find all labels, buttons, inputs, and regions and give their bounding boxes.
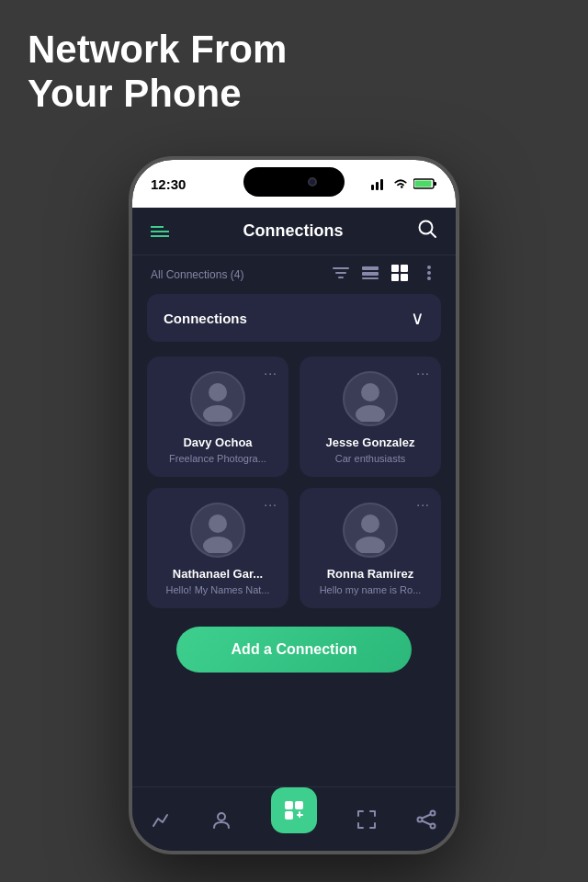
svg-point-34 [430, 810, 435, 815]
svg-point-27 [356, 537, 385, 553]
status-time: 12:30 [151, 176, 186, 192]
status-icons [371, 177, 437, 190]
card-more-icon-2[interactable]: ··· [264, 497, 277, 512]
headline-line2: Your Phone [28, 72, 287, 116]
contact-name-0: Davy Ochoa [160, 435, 276, 449]
chevron-down-icon: ∨ [411, 307, 424, 329]
header-title: Connections [243, 221, 343, 241]
svg-rect-31 [285, 811, 293, 820]
toolbar: All Connections (4) [132, 255, 456, 294]
svg-rect-2 [380, 179, 383, 190]
phone-mockup: 12:30 [129, 156, 459, 854]
nav-scan[interactable] [356, 809, 377, 830]
svg-point-26 [361, 514, 379, 533]
svg-rect-0 [371, 185, 374, 190]
notch-camera [308, 177, 317, 187]
toolbar-label: All Connections (4) [151, 268, 243, 281]
contact-name-2: Nathanael Gar... [160, 567, 276, 581]
bottom-nav [132, 786, 456, 851]
contact-name-3: Ronna Ramirez [312, 567, 428, 581]
svg-rect-33 [299, 811, 300, 818]
app-header: Connections [132, 208, 456, 255]
svg-rect-10 [362, 266, 379, 270]
svg-point-35 [430, 823, 435, 828]
svg-rect-1 [376, 182, 379, 190]
contact-desc-0: Freelance Photogra... [160, 453, 276, 464]
svg-point-20 [209, 383, 227, 401]
more-icon[interactable] [421, 265, 437, 285]
menu-icon[interactable] [151, 226, 169, 237]
contacts-grid: ··· Davy Ochoa Freelance Photogra... ··· [147, 356, 441, 608]
svg-rect-4 [434, 182, 436, 186]
search-button[interactable] [417, 219, 437, 243]
svg-point-24 [209, 514, 227, 533]
avatar-3 [343, 503, 398, 558]
contact-name-1: Jesse Gonzalez [312, 435, 428, 449]
headline: Network From Your Phone [28, 28, 287, 117]
svg-point-25 [203, 537, 232, 553]
contact-card-1[interactable]: ··· Jesse Gonzalez Car enthusiasts [300, 356, 441, 477]
svg-rect-13 [391, 265, 399, 272]
svg-rect-15 [391, 274, 399, 281]
filter-icon[interactable] [333, 266, 349, 284]
grid-icon[interactable] [391, 265, 408, 285]
add-connection-button[interactable]: Add a Connection [176, 627, 412, 673]
svg-line-38 [422, 820, 430, 824]
svg-rect-12 [362, 277, 379, 279]
contact-desc-1: Car enthusiasts [312, 453, 428, 464]
svg-rect-16 [401, 274, 408, 281]
svg-rect-14 [401, 265, 408, 272]
svg-point-21 [203, 405, 232, 422]
card-more-icon-0[interactable]: ··· [264, 366, 277, 380]
avatar-2 [190, 503, 245, 558]
svg-point-22 [361, 383, 379, 401]
contact-card-2[interactable]: ··· Nathanael Gar... Hello! My Names Nat… [147, 488, 288, 608]
svg-point-23 [356, 405, 385, 422]
status-bar: 12:30 [132, 160, 456, 208]
svg-point-19 [427, 277, 431, 280]
dropdown-label: Connections [164, 311, 247, 326]
avatar-0 [190, 371, 245, 426]
signal-icon [371, 177, 388, 190]
svg-point-17 [427, 266, 431, 269]
svg-rect-11 [362, 272, 379, 276]
content-area: Connections ∨ ··· Davy Ochoa Freelance P… [132, 294, 456, 854]
card-more-icon-1[interactable]: ··· [416, 366, 430, 380]
nav-stats[interactable] [152, 809, 172, 830]
svg-point-18 [427, 271, 431, 275]
contact-desc-3: Hello my name is Ro... [312, 584, 428, 595]
svg-point-36 [417, 817, 422, 821]
toolbar-actions [333, 265, 437, 285]
card-more-icon-3[interactable]: ··· [416, 497, 430, 512]
svg-rect-30 [295, 801, 303, 809]
nav-profile[interactable] [211, 809, 232, 830]
svg-line-37 [422, 814, 430, 818]
battery-icon [413, 177, 437, 190]
nav-share[interactable] [416, 809, 436, 830]
svg-rect-29 [285, 801, 293, 809]
contact-card-3[interactable]: ··· Ronna Ramirez Hello my name is Ro... [300, 488, 441, 608]
nav-add-fab[interactable] [271, 787, 317, 833]
connections-dropdown[interactable]: Connections ∨ [147, 294, 441, 342]
avatar-1 [343, 371, 398, 426]
list-icon[interactable] [362, 266, 379, 284]
notch [243, 167, 345, 197]
svg-rect-5 [415, 181, 432, 187]
contact-card-0[interactable]: ··· Davy Ochoa Freelance Photogra... [147, 356, 288, 477]
contact-desc-2: Hello! My Names Nat... [160, 584, 276, 595]
svg-point-28 [218, 813, 225, 820]
headline-line1: Network From [28, 28, 287, 72]
wifi-icon [392, 177, 409, 190]
